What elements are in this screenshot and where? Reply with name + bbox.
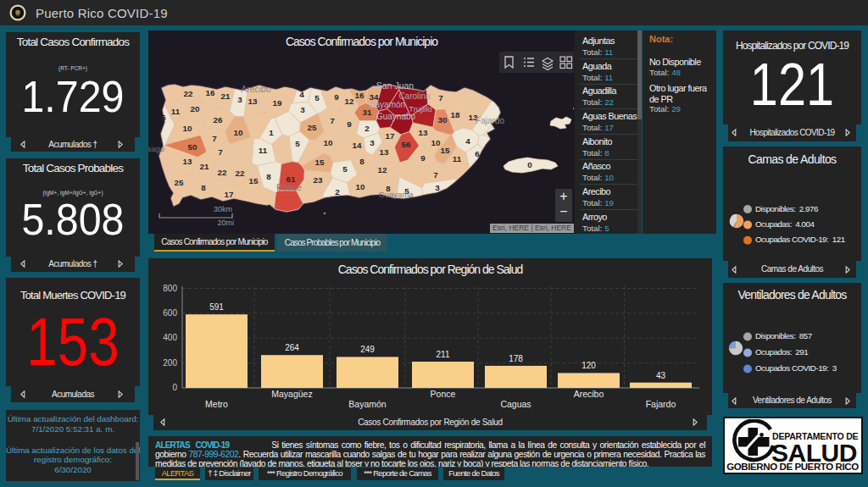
svg-text:13: 13 bbox=[380, 147, 389, 157]
svg-text:400: 400 bbox=[163, 333, 177, 342]
svg-text:10: 10 bbox=[356, 182, 365, 191]
svg-text:22: 22 bbox=[236, 169, 245, 178]
svg-text:Ponce: Ponce bbox=[276, 182, 302, 192]
svg-text:13: 13 bbox=[419, 128, 428, 137]
svg-text:Fajardo: Fajardo bbox=[476, 116, 504, 125]
svg-text:17: 17 bbox=[386, 131, 395, 141]
svg-text:56: 56 bbox=[402, 140, 411, 149]
svg-text:Mayagüez: Mayagüez bbox=[271, 389, 312, 399]
svg-text:10: 10 bbox=[183, 124, 192, 133]
svg-text:10: 10 bbox=[431, 138, 441, 147]
svg-text:4: 4 bbox=[465, 136, 470, 146]
svg-text:Guayama: Guayama bbox=[378, 190, 414, 199]
svg-text:21: 21 bbox=[221, 91, 231, 101]
svg-text:8: 8 bbox=[266, 172, 271, 181]
svg-text:6: 6 bbox=[475, 149, 480, 158]
svg-text:16: 16 bbox=[206, 88, 215, 97]
svg-text:25: 25 bbox=[175, 178, 184, 187]
svg-text:San Juan: San Juan bbox=[376, 80, 415, 91]
svg-text:178: 178 bbox=[509, 354, 523, 363]
svg-text:26: 26 bbox=[214, 115, 223, 125]
svg-text:23: 23 bbox=[314, 175, 323, 185]
svg-text:9: 9 bbox=[347, 119, 352, 129]
svg-text:14: 14 bbox=[353, 141, 362, 150]
svg-text:8: 8 bbox=[201, 183, 206, 192]
svg-text:30: 30 bbox=[438, 115, 448, 125]
svg-text:800: 800 bbox=[163, 284, 177, 293]
svg-text:264: 264 bbox=[285, 343, 299, 352]
svg-text:4: 4 bbox=[299, 90, 304, 99]
svg-text:10: 10 bbox=[234, 128, 243, 137]
svg-text:2: 2 bbox=[335, 187, 340, 196]
svg-text:5: 5 bbox=[295, 139, 300, 148]
svg-text:22: 22 bbox=[184, 89, 193, 98]
svg-text:3: 3 bbox=[370, 138, 375, 147]
svg-text:9: 9 bbox=[334, 92, 339, 102]
svg-text:7: 7 bbox=[433, 170, 438, 180]
svg-text:Bayamón: Bayamón bbox=[348, 399, 387, 409]
svg-text:7: 7 bbox=[438, 93, 443, 102]
svg-text:11: 11 bbox=[259, 146, 268, 155]
svg-text:0: 0 bbox=[172, 383, 177, 392]
svg-text:50: 50 bbox=[188, 142, 198, 152]
svg-text:249: 249 bbox=[360, 345, 375, 354]
svg-text:17: 17 bbox=[225, 190, 234, 199]
svg-text:5: 5 bbox=[314, 93, 320, 102]
svg-text:3: 3 bbox=[237, 95, 242, 104]
svg-text:6: 6 bbox=[161, 113, 166, 122]
svg-text:600: 600 bbox=[163, 308, 177, 318]
svg-text:15: 15 bbox=[441, 146, 450, 155]
svg-text:18: 18 bbox=[451, 110, 460, 119]
svg-text:31: 31 bbox=[363, 108, 372, 117]
svg-text:20: 20 bbox=[191, 104, 200, 113]
svg-text:Ponce: Ponce bbox=[431, 389, 456, 399]
svg-text:15: 15 bbox=[315, 158, 325, 167]
svg-text:12: 12 bbox=[378, 165, 387, 174]
svg-text:13: 13 bbox=[183, 157, 192, 166]
svg-text:Bayamón: Bayamón bbox=[370, 100, 405, 109]
svg-text:211: 211 bbox=[437, 350, 450, 359]
svg-text:Arecibo: Arecibo bbox=[241, 84, 271, 94]
svg-text:Arecibo: Arecibo bbox=[574, 389, 604, 399]
svg-text:200: 200 bbox=[163, 358, 177, 368]
svg-text:sage: sage bbox=[148, 144, 164, 153]
svg-text:13: 13 bbox=[248, 97, 258, 106]
svg-text:Caguas: Caguas bbox=[500, 399, 531, 409]
svg-text:7: 7 bbox=[212, 134, 217, 143]
svg-text:15: 15 bbox=[249, 176, 259, 185]
svg-text:9: 9 bbox=[420, 153, 426, 163]
svg-text:Guaynabo: Guaynabo bbox=[376, 112, 416, 121]
svg-text:43: 43 bbox=[656, 371, 666, 380]
svg-text:5: 5 bbox=[342, 164, 348, 174]
svg-text:0: 0 bbox=[527, 160, 532, 169]
svg-text:7: 7 bbox=[330, 116, 335, 125]
svg-text:1: 1 bbox=[269, 128, 274, 137]
svg-text:10: 10 bbox=[324, 138, 333, 147]
svg-text:20mi: 20mi bbox=[217, 219, 234, 227]
svg-text:Fajardo: Fajardo bbox=[646, 399, 676, 409]
svg-text:11: 11 bbox=[171, 107, 181, 116]
svg-text:22: 22 bbox=[218, 168, 227, 177]
svg-text:30km: 30km bbox=[214, 205, 232, 213]
svg-text:12: 12 bbox=[345, 97, 354, 106]
svg-text:120: 120 bbox=[581, 361, 596, 370]
svg-text:3: 3 bbox=[300, 105, 305, 114]
svg-text:Metro: Metro bbox=[205, 399, 228, 409]
svg-text:19: 19 bbox=[273, 98, 282, 108]
svg-text:16: 16 bbox=[355, 91, 364, 100]
svg-text:2: 2 bbox=[364, 124, 370, 133]
svg-text:8: 8 bbox=[359, 157, 364, 166]
svg-text:7: 7 bbox=[218, 147, 223, 157]
svg-text:591: 591 bbox=[209, 302, 224, 312]
svg-text:3: 3 bbox=[435, 183, 440, 192]
svg-text:11: 11 bbox=[453, 154, 462, 163]
svg-text:25: 25 bbox=[308, 123, 317, 132]
svg-text:21: 21 bbox=[200, 162, 209, 171]
